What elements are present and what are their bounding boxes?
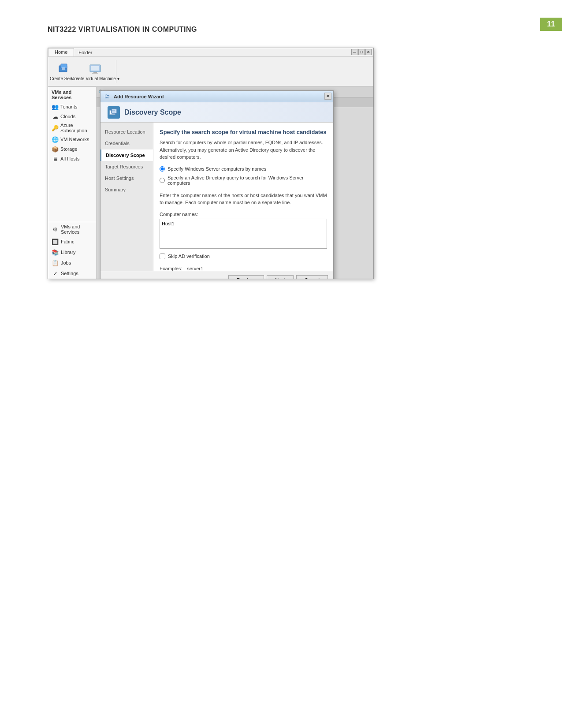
sidebar-item-azure[interactable]: 🔑 Azure Subscription	[48, 121, 96, 134]
main-window: Home Folder ─ □ ✕ Create Service	[48, 48, 374, 279]
tenants-icon: 👥	[52, 103, 59, 110]
close-window-button[interactable]: ✕	[365, 49, 372, 55]
sidebar-vms-label: VMs and Services	[61, 224, 93, 235]
page-title: NIT3222 VIRTUALISATION IN COMPUTING	[48, 26, 197, 34]
radio-ad-query-input[interactable]	[160, 178, 165, 183]
vmnetworks-icon: 🌐	[52, 136, 59, 143]
step-host-settings[interactable]: Host Settings	[100, 172, 153, 184]
sidebar-fabric[interactable]: 🔲 Fabric	[48, 236, 96, 247]
azure-icon: 🔑	[52, 124, 59, 131]
wizard-description: Search for computers by whole or partial…	[160, 139, 327, 161]
examples-values: server1 server1.contoso.com 10.0.1.1 2a0…	[187, 265, 243, 271]
settings-icon: ✓	[52, 270, 59, 277]
ribbon-separator	[116, 60, 116, 83]
step-credentials[interactable]: Credentials	[100, 138, 153, 149]
wizard-header: Discovery Scope	[100, 102, 333, 123]
radio-group: Specify Windows Server computers by name…	[160, 166, 327, 186]
allhosts-icon: 🖥	[52, 155, 59, 162]
wizard-title-bar: 🗂 Add Resource Wizard ✕	[100, 91, 333, 102]
sidebar-storage-label: Storage	[60, 146, 78, 152]
fabric-icon: 🔲	[52, 238, 59, 245]
create-machine-button[interactable]: Create Virtual Machine ▾	[83, 60, 107, 82]
wizard-section-title: Specify the search scope for virtual mac…	[160, 129, 327, 135]
main-area: VMs and Services 👥 Tenants ☁ Clouds 🔑 Az…	[48, 87, 373, 279]
create-service-icon	[57, 61, 71, 75]
sidebar-item-storage[interactable]: 📦 Storage	[48, 144, 96, 154]
ribbon: Create Service Create Virtual Machine ▾	[48, 57, 373, 87]
sidebar-fabric-label: Fabric	[61, 239, 74, 244]
vms-services-icon: ⚙	[52, 226, 59, 233]
step-summary[interactable]: Summary	[100, 184, 153, 195]
wizard-dialog: 🗂 Add Resource Wizard ✕	[100, 90, 334, 279]
window-tab-bar: Home Folder ─ □ ✕	[48, 48, 373, 57]
page-badge: 11	[540, 18, 562, 31]
sidebar-jobs-label: Jobs	[61, 260, 71, 265]
radio-by-names[interactable]: Specify Windows Server computers by name…	[160, 166, 327, 172]
radio-ad-query-label: Specify an Active Directory query to sea…	[167, 175, 327, 186]
wizard-close-button[interactable]: ✕	[324, 93, 331, 100]
skip-ad-checkbox[interactable]	[160, 254, 165, 259]
svg-rect-6	[92, 73, 98, 74]
window-controls: ─ □ ✕	[351, 49, 372, 55]
wizard-header-title: Discovery Scope	[124, 108, 181, 116]
svg-rect-4	[91, 66, 99, 71]
wizard-steps: Resource Location Credentials Discovery …	[100, 123, 153, 271]
sidebar-vms-services[interactable]: ⚙ VMs and Services	[48, 222, 96, 236]
sidebar-section-label: VMs and Services	[48, 87, 96, 102]
storage-icon: 📦	[52, 146, 59, 153]
right-panel: Service Operatin... 🗂 Add Resource Wizar…	[97, 87, 373, 279]
sidebar-bottom: ⚙ VMs and Services 🔲 Fabric 📚 Library 📋 …	[48, 222, 96, 279]
maximize-button[interactable]: □	[358, 49, 365, 55]
sidebar-item-allhosts[interactable]: 🖥 All Hosts	[48, 154, 96, 164]
radio-ad-query[interactable]: Specify an Active Directory query to sea…	[160, 175, 327, 186]
library-icon: 📚	[52, 249, 59, 256]
sidebar-vmnetworks-label: VM Networks	[60, 137, 89, 142]
computer-names-textarea[interactable]: Host1	[160, 219, 327, 249]
examples-label: Examples:	[160, 266, 182, 271]
sidebar-azure-label: Azure Subscription	[60, 123, 93, 133]
sidebar-tenants-label: Tenants	[60, 104, 78, 109]
sidebar-clouds-label: Clouds	[60, 114, 75, 119]
minimize-button[interactable]: ─	[351, 49, 357, 55]
create-machine-label: Create Virtual Machine ▾	[71, 76, 119, 82]
sidebar-item-vmnetworks[interactable]: 🌐 VM Networks	[48, 134, 96, 144]
sidebar-settings[interactable]: ✓ Settings	[48, 268, 96, 279]
tab-home[interactable]: Home	[48, 48, 74, 56]
step-target-resources[interactable]: Target Resources	[100, 161, 153, 172]
svg-rect-8	[112, 109, 117, 113]
radio-by-names-label: Specify Windows Server computers by name…	[167, 166, 266, 172]
sidebar-item-tenants[interactable]: 👥 Tenants	[48, 102, 96, 112]
wizard-header-icon	[108, 106, 120, 119]
step-resource-location[interactable]: Resource Location	[100, 126, 153, 138]
sidebar-library-label: Library	[61, 250, 76, 255]
tab-folder[interactable]: Folder	[74, 48, 97, 56]
create-machine-icon	[88, 61, 102, 75]
examples-section: Examples: server1 server1.contoso.com 10…	[160, 265, 327, 271]
sidebar-library[interactable]: 📚 Library	[48, 247, 96, 258]
clouds-icon: ☁	[52, 113, 59, 120]
svg-rect-2	[62, 67, 65, 70]
wizard-content: Specify the search scope for virtual mac…	[153, 123, 333, 271]
wizard-footer: Previous Next Cancel	[100, 271, 333, 279]
step-discovery-scope[interactable]: Discovery Scope	[100, 149, 153, 161]
example-1: server1	[187, 266, 203, 271]
skip-ad-row: Skip AD verification	[160, 254, 327, 259]
previous-button[interactable]: Previous	[228, 275, 264, 279]
sidebar-allhosts-label: All Hosts	[60, 156, 79, 161]
wizard-title-text: Add Resource Wizard	[114, 94, 164, 99]
skip-ad-label: Skip AD verification	[168, 254, 210, 259]
jobs-icon: 📋	[52, 259, 59, 266]
wizard-body: Resource Location Credentials Discovery …	[100, 123, 333, 271]
computer-names-label: Computer names:	[160, 212, 327, 217]
sidebar-item-clouds[interactable]: ☁ Clouds	[48, 112, 96, 121]
wizard-icon: 🗂	[104, 93, 111, 100]
next-button[interactable]: Next	[267, 275, 294, 279]
sidebar-settings-label: Settings	[61, 271, 78, 276]
wizard-instructions: Enter the computer names of the hosts or…	[160, 192, 327, 206]
sidebar: VMs and Services 👥 Tenants ☁ Clouds 🔑 Az…	[48, 87, 97, 279]
radio-by-names-input[interactable]	[160, 166, 165, 172]
sidebar-jobs[interactable]: 📋 Jobs	[48, 258, 96, 268]
wizard-overlay: 🗂 Add Resource Wizard ✕	[97, 87, 373, 279]
cancel-button[interactable]: Cancel	[296, 275, 328, 279]
